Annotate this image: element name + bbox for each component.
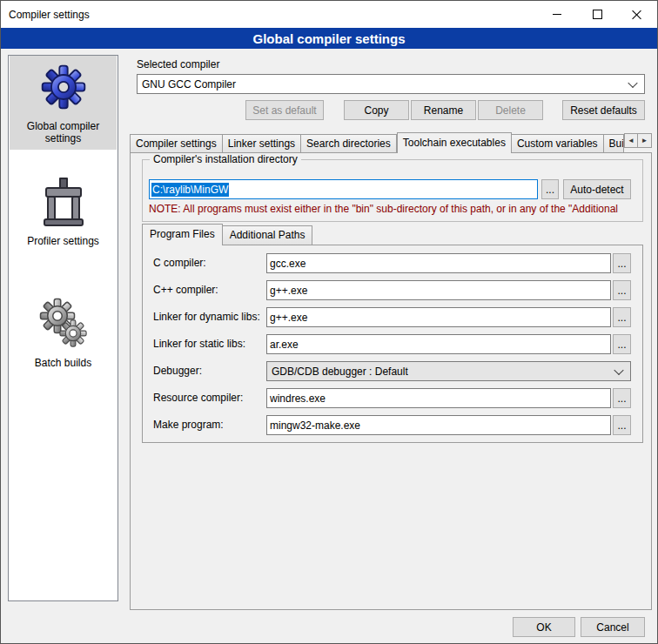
program-files-tabstrip: Program Files Additional Paths [142, 224, 312, 245]
ok-button[interactable]: OK [513, 617, 575, 637]
dialog-header-title: Global compiler settings [252, 31, 405, 46]
linker-dynamic-input[interactable] [266, 307, 611, 327]
installation-directory-browse-button[interactable]: ... [541, 179, 559, 199]
close-icon [632, 10, 642, 20]
settings-tabstrip: Compiler settings Linker settings Search… [130, 132, 652, 153]
cpp-compiler-browse-button[interactable]: ... [613, 280, 631, 300]
toolchain-executables-page: Compiler's installation directory C:\ray… [130, 152, 652, 610]
copy-button[interactable]: Copy [344, 100, 409, 120]
debugger-label: Debugger: [153, 361, 202, 381]
minimize-icon [553, 14, 561, 15]
installation-directory-input[interactable]: C:\raylib\MinGW [149, 179, 538, 199]
debugger-row: Debugger: GDB/CDB debugger : Default [143, 361, 642, 381]
titlebar: Compiler settings [1, 1, 657, 28]
installation-directory-value: C:\raylib\MinGW [151, 183, 229, 197]
installation-directory-group-title: Compiler's installation directory [150, 153, 301, 165]
compiler-select-value: GNU GCC Compiler [142, 78, 236, 91]
compiler-select[interactable]: GNU GCC Compiler [137, 74, 645, 94]
close-button[interactable] [617, 1, 657, 28]
autodetect-button[interactable]: Auto-detect [563, 179, 631, 199]
tab-search-directories[interactable]: Search directories [301, 134, 397, 153]
sidebar-item-global-compiler-settings[interactable]: Global compiler settings [10, 56, 117, 150]
window-controls [537, 1, 657, 28]
c-compiler-input[interactable] [266, 253, 611, 273]
sidebar-item-label: Profiler settings [11, 235, 115, 247]
linker-static-browse-button[interactable]: ... [613, 334, 631, 354]
resource-compiler-label: Resource compiler: [153, 388, 243, 408]
c-compiler-row: C compiler: ... [143, 253, 642, 273]
tab-additional-paths[interactable]: Additional Paths [223, 225, 313, 245]
linker-dynamic-row: Linker for dynamic libs: ... [143, 307, 642, 327]
chevron-down-icon [614, 365, 623, 374]
cpp-compiler-input[interactable] [266, 280, 611, 300]
linker-dynamic-browse-button[interactable]: ... [613, 307, 631, 327]
sidebar-item-label: Batch builds [11, 357, 115, 369]
c-compiler-label: C compiler: [153, 253, 206, 273]
maximize-button[interactable] [577, 1, 617, 28]
rename-button[interactable]: Rename [411, 100, 476, 120]
dialog-header: Global compiler settings [1, 28, 657, 49]
debugger-select[interactable]: GDB/CDB debugger : Default [266, 361, 631, 381]
sidebar-item-label: Global compiler settings [11, 120, 115, 144]
resource-compiler-row: Resource compiler: ... [143, 388, 642, 408]
note-text: NOTE: All programs must exist either in … [149, 203, 638, 215]
set-as-default-button[interactable]: Set as default [245, 100, 324, 120]
make-program-row: Make program: ... [143, 415, 642, 435]
make-program-browse-button[interactable]: ... [613, 415, 631, 435]
tab-build-truncated[interactable]: Buil [604, 134, 624, 153]
gray-gears-icon [38, 297, 89, 349]
maximize-icon [593, 10, 602, 19]
resource-compiler-browse-button[interactable]: ... [613, 388, 631, 408]
program-files-panel: C compiler: ... C++ compiler: ... Linker… [142, 245, 643, 443]
debugger-select-value: GDB/CDB debugger : Default [272, 366, 408, 378]
blue-gear-icon [38, 62, 89, 112]
selected-compiler-label: Selected compiler [137, 58, 219, 70]
tab-toolchain-executables[interactable]: Toolchain executables [397, 132, 512, 153]
make-program-label: Make program: [153, 415, 224, 435]
delete-button[interactable]: Delete [478, 100, 543, 120]
reset-defaults-button[interactable]: Reset defaults [562, 100, 645, 120]
cancel-button[interactable]: Cancel [581, 617, 645, 637]
sidebar-item-profiler-settings[interactable]: Profiler settings [10, 171, 117, 252]
make-program-input[interactable] [266, 415, 611, 435]
sidebar-item-batch-builds[interactable]: Batch builds [10, 291, 117, 374]
linker-static-input[interactable] [266, 334, 611, 354]
tab-scroll-left-button[interactable]: ◄ [624, 133, 638, 148]
tab-compiler-settings[interactable]: Compiler settings [130, 134, 223, 153]
window-title: Compiler settings [1, 9, 90, 21]
tab-scrollers: ◄ ► [624, 133, 652, 148]
tab-custom-variables[interactable]: Custom variables [512, 134, 604, 153]
clamp-tool-icon [41, 177, 86, 227]
chevron-down-icon [628, 77, 637, 87]
resource-compiler-input[interactable] [266, 388, 611, 408]
tab-program-files[interactable]: Program Files [142, 224, 223, 245]
tab-scroll-right-button[interactable]: ► [638, 133, 652, 148]
c-compiler-browse-button[interactable]: ... [613, 253, 631, 273]
minimize-button[interactable] [537, 1, 577, 28]
cpp-compiler-label: C++ compiler: [153, 280, 218, 300]
linker-static-label: Linker for static libs: [153, 334, 245, 354]
category-sidebar: Global compiler settings Profiler settin… [8, 55, 118, 601]
linker-static-row: Linker for static libs: ... [143, 334, 642, 354]
cpp-compiler-row: C++ compiler: ... [143, 280, 642, 300]
compiler-settings-dialog: Compiler settings Global compiler settin… [0, 0, 658, 644]
tab-linker-settings[interactable]: Linker settings [223, 134, 301, 153]
linker-dynamic-label: Linker for dynamic libs: [153, 307, 260, 327]
